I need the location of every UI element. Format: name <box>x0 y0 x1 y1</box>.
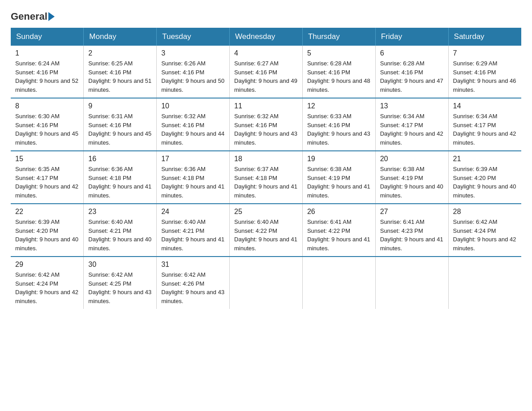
day-info: Sunrise: 6:29 AMSunset: 4:16 PMDaylight:… <box>453 60 516 93</box>
day-number: 25 <box>234 208 298 216</box>
calendar-cell: 19Sunrise: 6:38 AMSunset: 4:19 PMDayligh… <box>302 151 375 204</box>
day-info: Sunrise: 6:42 AMSunset: 4:24 PMDaylight:… <box>15 271 78 304</box>
calendar-cell <box>230 257 303 309</box>
day-info: Sunrise: 6:25 AMSunset: 4:16 PMDaylight:… <box>88 60 151 93</box>
day-info: Sunrise: 6:42 AMSunset: 4:24 PMDaylight:… <box>453 218 516 252</box>
day-number: 3 <box>161 49 225 57</box>
day-info: Sunrise: 6:36 AMSunset: 4:18 PMDaylight:… <box>88 166 151 199</box>
calendar-cell: 24Sunrise: 6:40 AMSunset: 4:21 PMDayligh… <box>157 204 230 257</box>
day-info: Sunrise: 6:37 AMSunset: 4:18 PMDaylight:… <box>234 166 297 199</box>
calendar-cell: 31Sunrise: 6:42 AMSunset: 4:26 PMDayligh… <box>157 257 230 309</box>
day-info: Sunrise: 6:40 AMSunset: 4:22 PMDaylight:… <box>234 218 297 252</box>
calendar-week-row: 15Sunrise: 6:35 AMSunset: 4:17 PMDayligh… <box>11 151 521 204</box>
day-info: Sunrise: 6:38 AMSunset: 4:19 PMDaylight:… <box>307 166 370 199</box>
day-info: Sunrise: 6:27 AMSunset: 4:16 PMDaylight:… <box>234 60 297 93</box>
day-number: 17 <box>161 155 225 163</box>
column-header-tuesday: Tuesday <box>157 28 230 46</box>
day-info: Sunrise: 6:28 AMSunset: 4:16 PMDaylight:… <box>307 60 370 93</box>
column-header-thursday: Thursday <box>302 28 375 46</box>
day-number: 20 <box>380 155 444 163</box>
day-info: Sunrise: 6:41 AMSunset: 4:22 PMDaylight:… <box>307 218 370 252</box>
calendar-week-row: 1Sunrise: 6:24 AMSunset: 4:16 PMDaylight… <box>11 46 521 98</box>
calendar-cell <box>375 257 448 309</box>
calendar-cell: 28Sunrise: 6:42 AMSunset: 4:24 PMDayligh… <box>448 204 521 257</box>
day-info: Sunrise: 6:42 AMSunset: 4:25 PMDaylight:… <box>88 271 151 304</box>
day-number: 22 <box>15 208 79 216</box>
calendar-cell: 14Sunrise: 6:34 AMSunset: 4:17 PMDayligh… <box>448 98 521 151</box>
day-number: 11 <box>234 102 298 110</box>
calendar-cell: 15Sunrise: 6:35 AMSunset: 4:17 PMDayligh… <box>11 151 84 204</box>
day-info: Sunrise: 6:38 AMSunset: 4:19 PMDaylight:… <box>380 166 443 199</box>
calendar-cell: 22Sunrise: 6:39 AMSunset: 4:20 PMDayligh… <box>11 204 84 257</box>
day-info: Sunrise: 6:30 AMSunset: 4:16 PMDaylight:… <box>15 113 78 146</box>
column-header-sunday: Sunday <box>11 28 84 46</box>
calendar-cell: 4Sunrise: 6:27 AMSunset: 4:16 PMDaylight… <box>230 46 303 98</box>
logo-general-text: General <box>11 11 47 22</box>
day-info: Sunrise: 6:39 AMSunset: 4:20 PMDaylight:… <box>453 166 516 199</box>
calendar-cell <box>448 257 521 309</box>
day-number: 14 <box>453 102 517 110</box>
day-number: 12 <box>307 102 371 110</box>
day-number: 31 <box>161 261 225 269</box>
day-number: 15 <box>15 155 79 163</box>
calendar-cell: 13Sunrise: 6:34 AMSunset: 4:17 PMDayligh… <box>375 98 448 151</box>
calendar-week-row: 22Sunrise: 6:39 AMSunset: 4:20 PMDayligh… <box>11 204 521 257</box>
calendar-cell: 2Sunrise: 6:25 AMSunset: 4:16 PMDaylight… <box>84 46 157 98</box>
calendar-table: SundayMondayTuesdayWednesdayThursdayFrid… <box>11 28 521 309</box>
day-info: Sunrise: 6:41 AMSunset: 4:23 PMDaylight:… <box>380 218 443 252</box>
day-number: 5 <box>307 49 371 57</box>
calendar-cell: 21Sunrise: 6:39 AMSunset: 4:20 PMDayligh… <box>448 151 521 204</box>
calendar-cell: 1Sunrise: 6:24 AMSunset: 4:16 PMDaylight… <box>11 46 84 98</box>
day-number: 21 <box>453 155 517 163</box>
calendar-week-row: 8Sunrise: 6:30 AMSunset: 4:16 PMDaylight… <box>11 98 521 151</box>
calendar-cell: 25Sunrise: 6:40 AMSunset: 4:22 PMDayligh… <box>230 204 303 257</box>
day-number: 4 <box>234 49 298 57</box>
column-header-monday: Monday <box>84 28 157 46</box>
day-number: 16 <box>88 155 152 163</box>
day-number: 27 <box>380 208 444 216</box>
calendar-cell: 17Sunrise: 6:36 AMSunset: 4:18 PMDayligh… <box>157 151 230 204</box>
logo: General <box>11 11 56 19</box>
calendar-cell: 18Sunrise: 6:37 AMSunset: 4:18 PMDayligh… <box>230 151 303 204</box>
logo-triangle-icon <box>48 12 55 21</box>
day-info: Sunrise: 6:33 AMSunset: 4:16 PMDaylight:… <box>307 113 370 146</box>
page-header: General <box>11 11 521 19</box>
day-number: 19 <box>307 155 371 163</box>
day-number: 8 <box>15 102 79 110</box>
day-number: 13 <box>380 102 444 110</box>
day-info: Sunrise: 6:42 AMSunset: 4:26 PMDaylight:… <box>161 271 224 304</box>
calendar-cell: 6Sunrise: 6:28 AMSunset: 4:16 PMDaylight… <box>375 46 448 98</box>
day-info: Sunrise: 6:32 AMSunset: 4:16 PMDaylight:… <box>161 113 224 146</box>
day-number: 28 <box>453 208 517 216</box>
day-info: Sunrise: 6:34 AMSunset: 4:17 PMDaylight:… <box>453 113 516 146</box>
calendar-cell: 20Sunrise: 6:38 AMSunset: 4:19 PMDayligh… <box>375 151 448 204</box>
column-header-wednesday: Wednesday <box>230 28 303 46</box>
day-info: Sunrise: 6:24 AMSunset: 4:16 PMDaylight:… <box>15 60 78 93</box>
calendar-cell: 7Sunrise: 6:29 AMSunset: 4:16 PMDaylight… <box>448 46 521 98</box>
day-number: 7 <box>453 49 517 57</box>
calendar-cell: 10Sunrise: 6:32 AMSunset: 4:16 PMDayligh… <box>157 98 230 151</box>
day-info: Sunrise: 6:28 AMSunset: 4:16 PMDaylight:… <box>380 60 443 93</box>
column-header-saturday: Saturday <box>448 28 521 46</box>
day-info: Sunrise: 6:34 AMSunset: 4:17 PMDaylight:… <box>380 113 443 146</box>
day-info: Sunrise: 6:35 AMSunset: 4:17 PMDaylight:… <box>15 166 78 199</box>
day-info: Sunrise: 6:32 AMSunset: 4:16 PMDaylight:… <box>234 113 297 146</box>
calendar-cell: 11Sunrise: 6:32 AMSunset: 4:16 PMDayligh… <box>230 98 303 151</box>
day-number: 30 <box>88 261 152 269</box>
day-info: Sunrise: 6:40 AMSunset: 4:21 PMDaylight:… <box>161 218 224 252</box>
calendar-cell: 23Sunrise: 6:40 AMSunset: 4:21 PMDayligh… <box>84 204 157 257</box>
day-info: Sunrise: 6:36 AMSunset: 4:18 PMDaylight:… <box>161 166 224 199</box>
day-info: Sunrise: 6:39 AMSunset: 4:20 PMDaylight:… <box>15 218 78 252</box>
calendar-cell: 30Sunrise: 6:42 AMSunset: 4:25 PMDayligh… <box>84 257 157 309</box>
calendar-cell <box>302 257 375 309</box>
day-number: 26 <box>307 208 371 216</box>
calendar-cell: 3Sunrise: 6:26 AMSunset: 4:16 PMDaylight… <box>157 46 230 98</box>
day-number: 1 <box>15 49 79 57</box>
calendar-cell: 12Sunrise: 6:33 AMSunset: 4:16 PMDayligh… <box>302 98 375 151</box>
day-number: 10 <box>161 102 225 110</box>
calendar-week-row: 29Sunrise: 6:42 AMSunset: 4:24 PMDayligh… <box>11 257 521 309</box>
day-number: 18 <box>234 155 298 163</box>
calendar-cell: 16Sunrise: 6:36 AMSunset: 4:18 PMDayligh… <box>84 151 157 204</box>
column-header-friday: Friday <box>375 28 448 46</box>
day-number: 9 <box>88 102 152 110</box>
